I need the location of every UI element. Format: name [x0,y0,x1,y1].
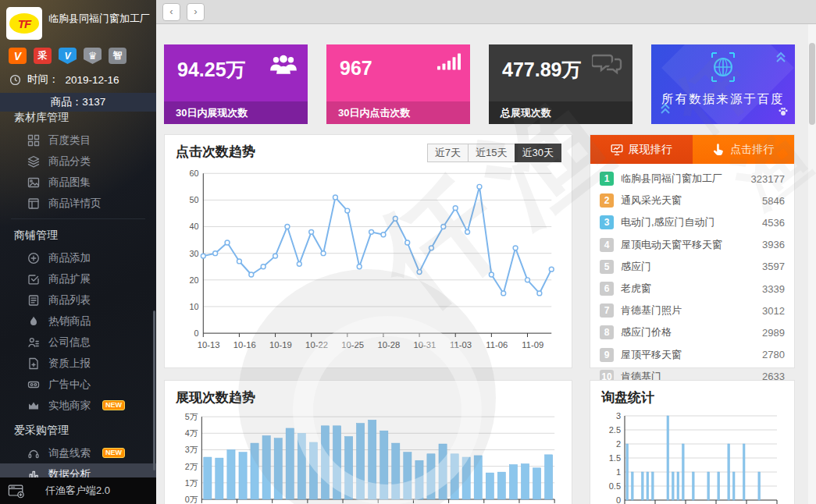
click-trend-panel: 点击次数趋势 近7天近15天近30天 010203040506010-1310-… [164,134,572,368]
rank-keyword: 老虎窗 [621,282,755,296]
company-logo: TF [6,7,42,40]
ranking-list: 1临朐县同福门窗加工厂3231772通风采光天窗58463电动门,感应门自动门4… [590,164,794,388]
ranking-row[interactable]: 6老虎窗3339 [590,278,794,300]
svg-text:1.5: 1.5 [609,453,621,463]
client-label: 仟渔客户端2.0 [45,484,110,498]
sidebar-item-数据分析[interactable]: 数据分析 [0,463,156,477]
ranking-row[interactable]: 7肯德基门照片3012 [590,300,794,321]
app-window: TF 临朐县同福门窗加工厂 V采V♛智 时间： 2019-12-16 商品：31… [0,0,816,504]
sidebar-item-商品添加[interactable]: 商品添加 [0,247,156,268]
v-badge-orange-icon: V [9,48,27,64]
sidebar-item-广告中心[interactable]: 广告中心 [0,374,156,395]
sidebar-item-实地商家[interactable]: 实地商家NEW [0,395,156,416]
sidebar-item-商品详情页[interactable]: 商品详情页 [0,193,156,214]
flame-icon [27,315,40,328]
list-icon [27,294,40,307]
stat-card-label: 30日内展现次数 [164,101,308,124]
range-tab-近7天[interactable]: 近7天 [427,144,469,162]
hand-pointer-icon [712,144,725,156]
sidebar-item-资质上报[interactable]: 资质上报 [0,353,156,374]
sidebar-item-商品图集[interactable]: 商品图集 [0,172,156,193]
time-value: 2019-12-16 [66,74,119,86]
inquiry-stats-chart: 00.511.522.53 [601,411,783,504]
ranking-row[interactable]: 3电动门,感应门自动门4536 [590,211,794,233]
grid-icon [27,134,40,147]
svg-text:10-31: 10-31 [414,340,437,350]
zhi-badge-gray-icon: 智 [109,48,126,64]
sidebar-item-label: 广告中心 [48,378,91,392]
bar-chart-icon [27,468,40,478]
range-tab-近30天[interactable]: 近30天 [515,144,561,162]
svg-text:10-28: 10-28 [377,340,400,350]
ranking-row[interactable]: 1临朐县同福门窗加工厂323177 [590,168,794,190]
company-header: TF 临朐县同福门窗加工厂 [0,0,156,43]
svg-text:60: 60 [189,169,198,178]
company-name: 临朐县同福门窗加工厂 [48,7,150,27]
rank-badge: 2 [600,193,614,208]
ranking-row[interactable]: 8感应门价格2989 [590,321,794,343]
logo-tf-text: TF [9,13,39,34]
impressions-trend-title: 展现次数趋势 [176,389,561,406]
svg-text:0: 0 [194,328,198,338]
svg-text:0.5: 0.5 [609,481,621,491]
ranking-row[interactable]: 5感应门3597 [590,256,794,278]
svg-text:1: 1 [616,467,621,477]
sidebar-item-商品列表[interactable]: 商品列表 [0,289,156,311]
main-scrollbar[interactable] [808,24,816,504]
sidebar-item-商品扩展[interactable]: 商品扩展 [0,268,156,289]
ranking-tab-点击排行[interactable]: 点击排行 [693,135,795,164]
sidebar-item-label: 商品图集 [48,176,91,190]
sidebar-item-询盘线索[interactable]: 询盘线索NEW [0,442,156,463]
detail-page-icon [27,197,40,210]
sidebar-item-label: 资质上报 [48,357,91,371]
sidebar-item-label: 数据分析 [48,467,91,478]
topbar: ‹ › [156,0,816,24]
stat-cards-row: 94.25万30日内展现次数96730日内点击次数477.89万总展现次数所有数… [164,44,795,124]
crown-icon [27,399,40,412]
rank-badge: 6 [600,282,614,296]
rank-value: 2989 [762,327,785,339]
main-scrollbar-thumb[interactable] [809,43,815,125]
sidebar-scrollbar[interactable] [153,311,155,470]
time-label: 时间： [27,73,59,87]
sidebar-item-热销商品[interactable]: 热销商品 [0,311,156,332]
sidebar-item-公司信息[interactable]: 公司信息 [0,332,156,353]
rank-badge: 3 [600,215,614,229]
svg-text:0: 0 [616,495,621,504]
new-badge: NEW [102,448,125,458]
plus-circle-icon [27,252,40,264]
impressions-trend-panel: 展现次数趋势 0万1万2万3万4万5万 [164,380,572,504]
range-tabs: 近7天近15天近30天 [428,144,561,162]
main-content: 94.25万30日内展现次数96730日内点击次数477.89万总展现次数所有数… [156,24,816,504]
rank-value: 323177 [751,173,785,185]
svg-text:3: 3 [616,411,621,421]
rank-value: 3597 [762,261,785,272]
ranking-row[interactable]: 4屋顶电动天窗平移天窗3936 [590,234,794,256]
range-tab-近15天[interactable]: 近15天 [468,144,515,162]
forward-button[interactable]: › [187,3,205,21]
client-bar[interactable]: 仟渔客户端2.0 [0,477,156,504]
svg-text:10-25: 10-25 [341,340,364,350]
svg-text:0万: 0万 [185,495,198,504]
promo-card: 所有数据来源于百度 [651,44,795,124]
inquiry-stats-panel: 询盘统计 00.511.522.53 [590,380,795,504]
svg-text:11-09: 11-09 [522,340,543,350]
sidebar: TF 临朐县同福门窗加工厂 V采V♛智 时间： 2019-12-16 商品：31… [0,0,156,504]
sidebar-item-百度类目[interactable]: 百度类目 [0,130,156,151]
expand-check-icon [27,273,40,286]
click-trend-chart: 010203040506010-1310-1610-1910-2210-2510… [176,165,561,358]
sidebar-item-label: 实地商家 [48,399,91,413]
stat-card: 94.25万30日内展现次数 [164,44,308,124]
rank-keyword: 感应门 [621,260,755,274]
svg-text:11-06: 11-06 [486,340,508,350]
ranking-tab-展现排行[interactable]: 展现排行 [590,135,693,164]
stat-card-label: 总展现次数 [489,101,632,124]
rank-value: 3936 [762,239,785,250]
ranking-row[interactable]: 9屋顶平移天窗2780 [590,344,794,366]
clock-icon [9,74,21,86]
ranking-row[interactable]: 2通风采光天窗5846 [590,190,794,211]
rank-value: 5846 [762,195,785,207]
ranking-tabs: 展现排行点击排行 [590,135,794,164]
sidebar-item-商品分类[interactable]: 商品分类 [0,151,156,172]
back-button[interactable]: ‹ [162,3,180,21]
